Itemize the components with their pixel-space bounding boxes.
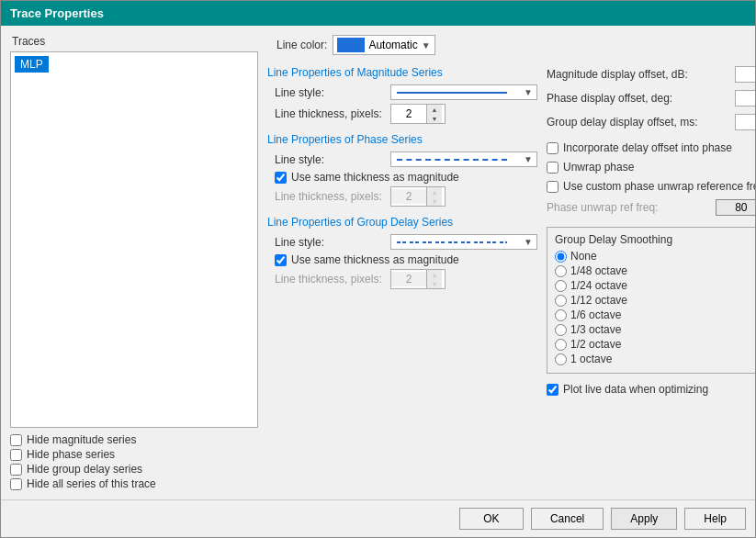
smooth-1-label: 1 octave (570, 353, 612, 365)
hide-group-delay-checkbox[interactable] (10, 464, 22, 476)
hide-phase-checkbox[interactable] (10, 449, 22, 461)
mag-thickness-field: ▲ ▼ (390, 104, 446, 124)
hide-magnitude-row: Hide magnitude series (10, 433, 258, 446)
mag-line-style-dropdown[interactable]: ▼ (390, 84, 537, 100)
incorporate-delay-checkbox[interactable] (547, 142, 559, 154)
gd-thickness-down[interactable]: ▼ (427, 279, 442, 288)
mag-offset-row: Magnitude display offset, dB: (547, 66, 755, 83)
smooth-124-radio[interactable] (555, 280, 567, 292)
phase-section-title: Line Properties of Phase Series (267, 133, 537, 146)
left-panel: Traces MLP Hide magnitude series Hide ph… (10, 35, 258, 490)
phase-unwrap-freq-row: Phase unwrap ref freq: Hz (547, 199, 755, 216)
mag-thickness-down[interactable]: ▼ (427, 114, 442, 123)
hide-all-row: Hide all series of this trace (10, 477, 258, 490)
smooth-148-radio[interactable] (555, 265, 567, 277)
phase-same-thickness-label: Use same thickness as magnitude (291, 171, 459, 184)
dashed-line-preview (397, 159, 507, 161)
gd-thickness-label: Line thickness, pixels: (275, 273, 385, 286)
mag-thickness-label: Line thickness, pixels: (275, 107, 385, 120)
title-bar: Trace Properties (1, 1, 755, 26)
smooth-124-label: 1/24 octave (570, 279, 627, 292)
mag-style-arrow: ▼ (524, 87, 533, 97)
mag-thickness-input[interactable] (391, 106, 426, 121)
plot-live-row: Plot live data when optimizing (547, 383, 755, 396)
bottom-checks: Hide magnitude series Hide phase series … (10, 433, 258, 490)
phase-series-section: Line Properties of Phase Series Line sty… (267, 133, 537, 210)
smooth-none-label: None (570, 250, 597, 263)
smooth-none-radio[interactable] (555, 251, 567, 263)
gd-thickness-spinner: ▲ ▼ (426, 270, 442, 288)
line-color-dropdown[interactable]: Automatic ▼ (333, 35, 434, 55)
gd-line-style-label: Line style: (275, 236, 385, 249)
color-dropdown-arrow: ▼ (422, 40, 431, 50)
smooth-12-row: 1/2 octave (555, 338, 755, 351)
gd-same-thickness-checkbox[interactable] (275, 254, 287, 266)
mag-line-style-label: Line style: (275, 86, 385, 99)
gd-thickness-up[interactable]: ▲ (427, 270, 442, 279)
smooth-1-radio[interactable] (555, 353, 567, 365)
ok-button[interactable]: OK (459, 508, 524, 530)
mag-thickness-up[interactable]: ▲ (427, 105, 442, 114)
smooth-112-radio[interactable] (555, 295, 567, 307)
button-bar: OK Cancel Apply Help (1, 499, 755, 537)
magnitude-series-section: Line Properties of Magnitude Series Line… (267, 66, 537, 128)
color-text: Automatic (368, 39, 417, 51)
smooth-148-row: 1/48 octave (555, 264, 755, 277)
hide-magnitude-label: Hide magnitude series (27, 433, 136, 446)
gd-offset-label: Group delay display offset, ms: (547, 116, 729, 129)
phase-line-style-dropdown[interactable]: ▼ (390, 151, 537, 167)
gd-offset-row: Group delay display offset, ms: (547, 114, 755, 130)
hide-magnitude-checkbox[interactable] (10, 434, 22, 446)
magnitude-section-title: Line Properties of Magnitude Series (267, 66, 537, 79)
gd-offset-input[interactable] (735, 114, 755, 130)
gd-same-thickness-label: Use same thickness as magnitude (291, 253, 459, 266)
hide-all-checkbox[interactable] (10, 478, 22, 490)
gd-line-style-dropdown[interactable]: ▼ (390, 234, 537, 250)
unwrap-phase-checkbox[interactable] (547, 162, 559, 174)
phase-thickness-spinner: ▲ ▼ (426, 187, 442, 206)
phase-thickness-input[interactable] (391, 189, 426, 204)
mag-line-style-row: Line style: ▼ (267, 84, 537, 100)
line-color-row: Line color: Automatic ▼ (276, 35, 755, 55)
phase-same-thickness-checkbox[interactable] (275, 172, 287, 184)
hide-phase-label: Hide phase series (27, 448, 115, 461)
smooth-112-row: 1/12 octave (555, 294, 755, 307)
traces-box: MLP (10, 51, 258, 428)
apply-button[interactable]: Apply (611, 508, 677, 530)
hide-all-label: Hide all series of this trace (27, 477, 156, 490)
smooth-16-label: 1/6 octave (570, 308, 621, 321)
unwrap-phase-row: Unwrap phase (547, 161, 755, 174)
trace-item-mlp[interactable]: MLP (15, 56, 49, 73)
window: Trace Properties Traces MLP Hide magnitu… (0, 0, 756, 538)
smooth-16-radio[interactable] (555, 309, 567, 321)
gd-line-style-row: Line style: ▼ (267, 234, 537, 250)
phase-thickness-down[interactable]: ▼ (427, 196, 442, 206)
group-delay-series-section: Line Properties of Group Delay Series Li… (267, 216, 537, 293)
custom-unwrap-checkbox[interactable] (547, 181, 559, 193)
phase-unwrap-freq-input[interactable] (716, 199, 755, 216)
window-title: Trace Properties (10, 6, 104, 20)
phase-thickness-row: Line thickness, pixels: ▲ ▼ (267, 186, 537, 207)
phase-offset-input[interactable] (735, 90, 755, 106)
gd-style-arrow: ▼ (524, 237, 533, 247)
phase-offset-label: Phase display offset, deg: (547, 92, 729, 105)
series-properties-col: Line Properties of Magnitude Series Line… (267, 66, 537, 490)
smoothing-title: Group Delay Smoothing (555, 233, 755, 246)
smooth-12-radio[interactable] (555, 339, 567, 351)
cancel-button[interactable]: Cancel (531, 508, 604, 530)
smooth-148-label: 1/48 octave (570, 264, 627, 277)
dotdash-line-preview (397, 241, 507, 243)
plot-live-checkbox[interactable] (547, 384, 559, 396)
phase-line-style-row: Line style: ▼ (267, 151, 537, 167)
mag-offset-label: Magnitude display offset, dB: (547, 68, 729, 81)
phase-thickness-up[interactable]: ▲ (427, 187, 442, 196)
help-button[interactable]: Help (684, 508, 746, 530)
gd-thickness-input[interactable] (391, 272, 426, 286)
smooth-1-row: 1 octave (555, 353, 755, 365)
smooth-13-radio[interactable] (555, 324, 567, 336)
gd-thickness-row: Line thickness, pixels: ▲ ▼ (267, 269, 537, 289)
mag-offset-input[interactable] (735, 66, 755, 83)
unwrap-phase-label: Unwrap phase (563, 161, 634, 174)
mag-thickness-row: Line thickness, pixels: ▲ ▼ (267, 104, 537, 124)
custom-unwrap-row: Use custom phase unwrap reference freq (547, 180, 755, 193)
